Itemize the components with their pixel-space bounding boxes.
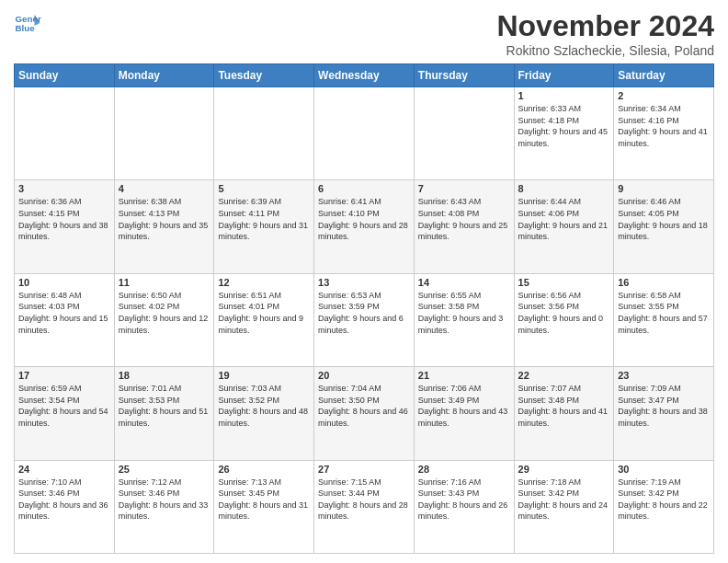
day-info: Sunrise: 6:58 AM Sunset: 3:55 PM Dayligh… (618, 290, 710, 336)
day-number: 3 (18, 183, 110, 194)
day-number: 20 (318, 370, 410, 381)
calendar-cell: 11Sunrise: 6:50 AM Sunset: 4:02 PM Dayli… (114, 273, 214, 366)
day-info: Sunrise: 6:53 AM Sunset: 3:59 PM Dayligh… (318, 290, 410, 336)
calendar-cell: 13Sunrise: 6:53 AM Sunset: 3:59 PM Dayli… (314, 273, 415, 366)
calendar-cell: 6Sunrise: 6:41 AM Sunset: 4:10 PM Daylig… (314, 180, 415, 273)
day-info: Sunrise: 7:01 AM Sunset: 3:53 PM Dayligh… (119, 383, 210, 429)
day-number: 5 (218, 183, 310, 194)
day-number: 15 (518, 277, 610, 288)
calendar-cell: 12Sunrise: 6:51 AM Sunset: 4:01 PM Dayli… (214, 273, 314, 366)
day-header-sunday: Sunday (15, 64, 115, 87)
day-number: 17 (18, 370, 110, 381)
day-header-saturday: Saturday (614, 64, 714, 87)
day-number: 4 (119, 183, 210, 194)
calendar-cell: 23Sunrise: 7:09 AM Sunset: 3:47 PM Dayli… (614, 367, 714, 460)
calendar-cell (414, 87, 514, 180)
day-info: Sunrise: 6:50 AM Sunset: 4:02 PM Dayligh… (119, 290, 210, 336)
calendar-cell: 20Sunrise: 7:04 AM Sunset: 3:50 PM Dayli… (314, 367, 415, 460)
calendar-cell (214, 87, 314, 180)
calendar-cell: 4Sunrise: 6:38 AM Sunset: 4:13 PM Daylig… (114, 180, 214, 273)
day-info: Sunrise: 7:15 AM Sunset: 3:44 PM Dayligh… (318, 477, 410, 523)
day-number: 18 (119, 370, 210, 381)
day-info: Sunrise: 6:51 AM Sunset: 4:01 PM Dayligh… (218, 290, 310, 336)
day-header-wednesday: Wednesday (314, 64, 415, 87)
day-info: Sunrise: 7:13 AM Sunset: 3:45 PM Dayligh… (218, 477, 310, 523)
month-title: November 2024 (496, 9, 714, 43)
calendar-cell: 27Sunrise: 7:15 AM Sunset: 3:44 PM Dayli… (314, 460, 415, 553)
day-number: 1 (518, 90, 610, 101)
day-header-tuesday: Tuesday (214, 64, 314, 87)
day-info: Sunrise: 6:43 AM Sunset: 4:08 PM Dayligh… (418, 196, 510, 242)
day-info: Sunrise: 6:36 AM Sunset: 4:15 PM Dayligh… (18, 196, 110, 242)
day-info: Sunrise: 7:04 AM Sunset: 3:50 PM Dayligh… (318, 383, 410, 429)
calendar-week-2: 3Sunrise: 6:36 AM Sunset: 4:15 PM Daylig… (15, 180, 714, 273)
day-number: 2 (618, 90, 710, 101)
logo-icon: General Blue (14, 9, 41, 37)
day-number: 28 (418, 464, 510, 475)
day-info: Sunrise: 7:07 AM Sunset: 3:48 PM Dayligh… (518, 383, 610, 429)
day-info: Sunrise: 6:48 AM Sunset: 4:03 PM Dayligh… (18, 290, 110, 336)
day-number: 30 (618, 464, 710, 475)
calendar-week-1: 1Sunrise: 6:33 AM Sunset: 4:18 PM Daylig… (15, 87, 714, 180)
day-info: Sunrise: 7:06 AM Sunset: 3:49 PM Dayligh… (418, 383, 510, 429)
svg-text:Blue: Blue (16, 23, 36, 33)
calendar-cell: 24Sunrise: 7:10 AM Sunset: 3:46 PM Dayli… (15, 460, 115, 553)
calendar-cell: 30Sunrise: 7:19 AM Sunset: 3:42 PM Dayli… (614, 460, 714, 553)
calendar-cell: 2Sunrise: 6:34 AM Sunset: 4:16 PM Daylig… (614, 87, 714, 180)
calendar-cell: 29Sunrise: 7:18 AM Sunset: 3:42 PM Dayli… (514, 460, 614, 553)
day-info: Sunrise: 6:41 AM Sunset: 4:10 PM Dayligh… (318, 196, 410, 242)
day-number: 6 (318, 183, 410, 194)
day-info: Sunrise: 7:16 AM Sunset: 3:43 PM Dayligh… (418, 477, 510, 523)
day-info: Sunrise: 7:18 AM Sunset: 3:42 PM Dayligh… (518, 477, 610, 523)
calendar-cell: 28Sunrise: 7:16 AM Sunset: 3:43 PM Dayli… (414, 460, 514, 553)
calendar-cell: 26Sunrise: 7:13 AM Sunset: 3:45 PM Dayli… (214, 460, 314, 553)
calendar-cell: 5Sunrise: 6:39 AM Sunset: 4:11 PM Daylig… (214, 180, 314, 273)
calendar-cell: 14Sunrise: 6:55 AM Sunset: 3:58 PM Dayli… (414, 273, 514, 366)
calendar-cell (15, 87, 115, 180)
calendar-header-row: SundayMondayTuesdayWednesdayThursdayFrid… (15, 64, 714, 87)
day-info: Sunrise: 6:38 AM Sunset: 4:13 PM Dayligh… (119, 196, 210, 242)
calendar-week-4: 17Sunrise: 6:59 AM Sunset: 3:54 PM Dayli… (15, 367, 714, 460)
calendar-cell: 10Sunrise: 6:48 AM Sunset: 4:03 PM Dayli… (15, 273, 115, 366)
calendar-cell (114, 87, 214, 180)
day-number: 25 (119, 464, 210, 475)
calendar-cell: 3Sunrise: 6:36 AM Sunset: 4:15 PM Daylig… (15, 180, 115, 273)
day-number: 16 (618, 277, 710, 288)
day-number: 29 (518, 464, 610, 475)
day-info: Sunrise: 7:03 AM Sunset: 3:52 PM Dayligh… (218, 383, 310, 429)
day-info: Sunrise: 7:10 AM Sunset: 3:46 PM Dayligh… (18, 477, 110, 523)
calendar-cell (314, 87, 415, 180)
day-number: 26 (218, 464, 310, 475)
day-info: Sunrise: 7:12 AM Sunset: 3:46 PM Dayligh… (119, 477, 210, 523)
calendar-cell: 21Sunrise: 7:06 AM Sunset: 3:49 PM Dayli… (414, 367, 514, 460)
calendar-week-3: 10Sunrise: 6:48 AM Sunset: 4:03 PM Dayli… (15, 273, 714, 366)
calendar-week-5: 24Sunrise: 7:10 AM Sunset: 3:46 PM Dayli… (15, 460, 714, 553)
calendar-cell: 8Sunrise: 6:44 AM Sunset: 4:06 PM Daylig… (514, 180, 614, 273)
location: Rokitno Szlacheckie, Silesia, Poland (496, 43, 714, 58)
day-header-friday: Friday (514, 64, 614, 87)
logo: General Blue (14, 9, 41, 37)
calendar-cell: 18Sunrise: 7:01 AM Sunset: 3:53 PM Dayli… (114, 367, 214, 460)
day-number: 12 (218, 277, 310, 288)
day-number: 24 (18, 464, 110, 475)
day-header-monday: Monday (114, 64, 214, 87)
day-number: 27 (318, 464, 410, 475)
day-number: 10 (18, 277, 110, 288)
day-number: 23 (618, 370, 710, 381)
day-number: 7 (418, 183, 510, 194)
day-number: 22 (518, 370, 610, 381)
day-info: Sunrise: 6:39 AM Sunset: 4:11 PM Dayligh… (218, 196, 310, 242)
header: General Blue November 2024 Rokitno Szlac… (14, 9, 714, 58)
day-number: 8 (518, 183, 610, 194)
calendar-cell: 19Sunrise: 7:03 AM Sunset: 3:52 PM Dayli… (214, 367, 314, 460)
day-info: Sunrise: 6:46 AM Sunset: 4:05 PM Dayligh… (618, 196, 710, 242)
page: General Blue November 2024 Rokitno Szlac… (0, 0, 728, 563)
day-info: Sunrise: 6:33 AM Sunset: 4:18 PM Dayligh… (518, 103, 610, 149)
day-info: Sunrise: 7:19 AM Sunset: 3:42 PM Dayligh… (618, 477, 710, 523)
day-info: Sunrise: 6:55 AM Sunset: 3:58 PM Dayligh… (418, 290, 510, 336)
calendar-cell: 9Sunrise: 6:46 AM Sunset: 4:05 PM Daylig… (614, 180, 714, 273)
calendar-cell: 16Sunrise: 6:58 AM Sunset: 3:55 PM Dayli… (614, 273, 714, 366)
calendar-cell: 22Sunrise: 7:07 AM Sunset: 3:48 PM Dayli… (514, 367, 614, 460)
day-number: 11 (119, 277, 210, 288)
day-info: Sunrise: 6:44 AM Sunset: 4:06 PM Dayligh… (518, 196, 610, 242)
